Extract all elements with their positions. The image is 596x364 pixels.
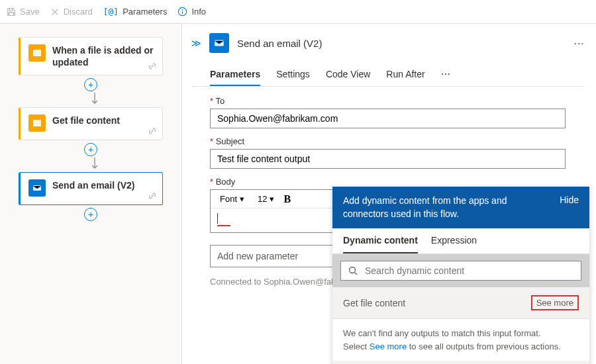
parameters-button[interactable]: [@] Parameters xyxy=(103,7,168,17)
node-trigger-title: When a file is added or updated xyxy=(52,44,154,68)
outlook-icon xyxy=(28,179,46,197)
outlook-icon xyxy=(209,33,229,53)
svg-rect-3 xyxy=(33,50,41,56)
node-sendemail-title: Send an email (V2) xyxy=(52,179,154,191)
link-icon xyxy=(148,126,157,136)
subject-label: * Subject xyxy=(210,136,566,146)
parameters-label: Parameters xyxy=(123,7,167,17)
dc-search-input[interactable] xyxy=(365,265,574,276)
chevron-down-icon: ▾ xyxy=(240,194,244,204)
body-label: * Body xyxy=(210,177,349,187)
node-sendemail[interactable]: Send an email (V2) xyxy=(19,172,163,205)
info-button[interactable]: Info xyxy=(177,7,206,17)
hide-button[interactable]: Hide xyxy=(560,195,579,205)
dc-header-text: Add dynamic content from the apps and co… xyxy=(343,195,549,220)
flow-canvas: When a file is added or updated + Get fi… xyxy=(0,24,182,364)
to-label: * To xyxy=(210,96,566,106)
top-toolbar: Save Discard [@] Parameters Info xyxy=(0,0,596,24)
body-content[interactable] xyxy=(211,208,348,232)
save-icon xyxy=(7,7,16,17)
detail-title: Send an email (V2) xyxy=(237,38,566,49)
collapse-icon[interactable]: ≫ xyxy=(191,38,201,48)
node-getfile-title: Get file content xyxy=(52,114,154,126)
save-button[interactable]: Save xyxy=(7,7,40,17)
bold-button[interactable]: B xyxy=(283,193,291,205)
dynamic-content-panel: Add dynamic content from the apps and co… xyxy=(332,187,589,364)
tab-dynamic-content[interactable]: Dynamic content xyxy=(343,235,418,253)
to-input[interactable] xyxy=(210,109,566,128)
svg-rect-2 xyxy=(182,11,183,15)
add-step-button[interactable]: + xyxy=(84,208,97,221)
tab-codeview[interactable]: Code View xyxy=(326,64,370,86)
node-getfile[interactable]: Get file content xyxy=(19,107,163,140)
detail-panel: ≫ Send an email (V2) ⋯ Parameters Settin… xyxy=(182,24,596,364)
dc-search[interactable] xyxy=(340,261,581,281)
node-trigger[interactable]: When a file is added or updated xyxy=(19,37,163,75)
add-step-button[interactable]: + xyxy=(84,143,97,156)
tab-settings[interactable]: Settings xyxy=(276,64,310,86)
dc-no-outputs-message: We can't find any outputs to match this … xyxy=(332,319,589,361)
parameters-icon: [@] xyxy=(103,7,119,17)
svg-point-1 xyxy=(182,9,183,11)
see-more-button[interactable]: See more xyxy=(531,295,579,310)
svg-rect-4 xyxy=(33,120,41,126)
add-step-button[interactable]: + xyxy=(84,78,97,91)
link-icon xyxy=(148,191,157,201)
chevron-down-icon: ▾ xyxy=(270,194,274,204)
svg-point-7 xyxy=(350,267,356,273)
link-icon xyxy=(148,62,157,71)
tab-more[interactable]: ⋯ xyxy=(441,64,450,86)
tab-runafter[interactable]: Run After xyxy=(386,64,424,86)
info-label: Info xyxy=(191,7,206,17)
see-more-link[interactable]: See more xyxy=(370,341,407,351)
close-icon xyxy=(50,7,60,17)
sharepoint-icon xyxy=(28,44,46,62)
detail-tabs: Parameters Settings Code View Run After … xyxy=(191,64,584,87)
info-icon xyxy=(177,7,187,17)
sharepoint-icon xyxy=(28,114,46,132)
more-icon[interactable]: ⋯ xyxy=(573,37,584,50)
fontsize-select[interactable]: 12 ▾ xyxy=(254,193,278,205)
discard-label: Discard xyxy=(64,7,93,17)
dc-section-trigger: When a file is added or updated See more xyxy=(332,361,589,364)
body-editor[interactable]: Font ▾ 12 ▾ B xyxy=(210,189,349,233)
dc-section-getfile: Get file content See more xyxy=(332,287,589,319)
tab-parameters[interactable]: Parameters xyxy=(210,64,260,86)
subject-input[interactable] xyxy=(210,149,566,169)
save-label: Save xyxy=(20,7,40,17)
tab-expression[interactable]: Expression xyxy=(431,235,477,253)
discard-button[interactable]: Discard xyxy=(50,7,93,17)
search-icon xyxy=(348,265,358,276)
font-select[interactable]: Font ▾ xyxy=(216,193,248,205)
